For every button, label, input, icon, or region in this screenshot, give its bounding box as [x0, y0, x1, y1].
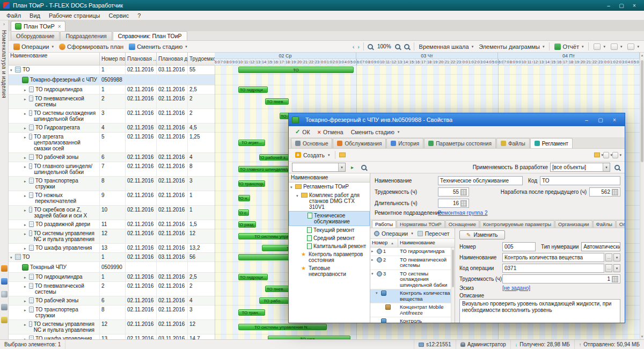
gantt-bar[interactable]: ТО рабо... — [259, 297, 289, 304]
gantt-bar[interactable]: ТО гидроци... — [238, 86, 268, 93]
zoom-out-button[interactable] — [366, 42, 375, 51]
expander-icon[interactable]: ▾ — [10, 255, 15, 260]
views-button[interactable]: ▾ — [594, 151, 603, 159]
ellipsis-button[interactable]: … — [605, 264, 612, 272]
filter-search-button[interactable] — [612, 163, 621, 172]
works-row[interactable]: ▸2ТО пневматической системы — [370, 256, 455, 270]
dialog-tab[interactable]: Основные — [291, 138, 332, 148]
view-tab[interactable]: Подразделения — [60, 31, 112, 40]
works-scrollbar-thumb[interactable] — [452, 250, 454, 287]
works-row[interactable]: ▾Контроль количества вещества — [370, 289, 455, 303]
column-header[interactable]: Трудоемкость — [188, 53, 215, 66]
dialog-tab[interactable]: История — [386, 138, 423, 148]
recalc-button[interactable]: Пересчет — [416, 230, 451, 237]
expander-icon[interactable]: ▾ — [296, 193, 301, 199]
column-header[interactable]: Номер по по... — [100, 53, 126, 66]
expand-panel-icon[interactable]: › — [0, 20, 8, 27]
runtime-input[interactable]: 562 — [589, 187, 620, 197]
scroll-right-icon[interactable]: › — [356, 43, 361, 50]
expander-icon[interactable]: ▸ — [371, 258, 376, 262]
expander-icon[interactable]: ▸ — [24, 274, 29, 280]
gantt-bar[interactable]: ТО пнев... — [265, 98, 289, 105]
table-row[interactable]: ▸ТО пневматической системы202.11.201602.… — [9, 94, 640, 109]
menu-item[interactable]: ? — [133, 11, 145, 20]
regulation-subtab[interactable]: Оснащение — [445, 220, 480, 228]
regulation-subtab[interactable]: Описание — [616, 220, 625, 228]
tree-item[interactable]: ▾Регламенты ТОиР — [289, 183, 370, 191]
tab-close-icon[interactable]: × — [58, 24, 61, 30]
ellipsis-button[interactable]: … — [605, 253, 612, 261]
expander-icon[interactable]: ▸ — [24, 193, 29, 199]
menu-item[interactable]: Вид — [25, 11, 45, 20]
works-row[interactable]: ▸1ТО гидроцилиндра — [370, 248, 455, 256]
ok-button[interactable]: ✓ОК — [292, 127, 313, 136]
scroll-down-icon[interactable]: ▼ — [640, 335, 644, 338]
zoom-fit-button[interactable] — [402, 42, 412, 51]
print-menu-button[interactable]: ▾ — [591, 42, 608, 51]
calculator-icon[interactable] — [460, 189, 467, 195]
scrollbar-thumb[interactable] — [641, 60, 643, 162]
works-operations-button[interactable]: Операции▾ — [372, 230, 415, 237]
regulation-subtab[interactable]: Нормативы ТОиР — [397, 220, 445, 228]
dialog-change-stage-button[interactable]: Сменить стадию▾ — [348, 128, 403, 136]
regulation-subtab[interactable]: Файлы — [593, 220, 616, 228]
search-icon[interactable] — [359, 163, 368, 172]
expander-icon[interactable]: ▸ — [24, 283, 29, 289]
view-tab[interactable]: Оборудование — [11, 31, 60, 40]
report-button[interactable]: Отчёт▾ — [552, 42, 586, 51]
description-textarea[interactable]: Визуально проверить уровень охлаждающей … — [459, 299, 620, 323]
cancel-button[interactable]: ×Отмена — [314, 128, 347, 136]
close-button[interactable]: × — [628, 3, 641, 9]
sketch-link[interactable]: [не задано] — [502, 285, 530, 291]
timescale-button[interactable]: Временная шкала▾ — [416, 42, 477, 51]
diagram-elements-button[interactable]: Элементы диаграммы▾ — [476, 42, 547, 51]
menu-item[interactable]: Сервис — [104, 11, 133, 20]
calculator-icon[interactable] — [460, 200, 467, 207]
menu-item[interactable]: Рабочие страницы — [45, 11, 105, 20]
expander-icon[interactable]: ▸ — [24, 322, 29, 328]
table-row[interactable]: ▸ТО шкафа управления1302.11.201603.11.20… — [9, 335, 640, 339]
view-tab[interactable]: Справочник: План ТОиР — [113, 31, 187, 40]
scroll-left-icon[interactable]: ‹ — [351, 43, 356, 50]
go-icon[interactable]: ▸ — [348, 163, 357, 172]
minimize-button[interactable]: – — [602, 3, 615, 9]
expander-icon[interactable]: ▾ — [10, 67, 15, 73]
gantt-bar[interactable]: ТО пнев... — [265, 286, 289, 292]
dialog-tab[interactable]: Параметры состояния — [424, 138, 496, 148]
column-header[interactable]: Наименование — [9, 53, 100, 66]
pencil-icon[interactable] — [1, 265, 8, 272]
expander-icon[interactable]: ▸ — [24, 134, 29, 140]
works-row[interactable]: Контроль технического состояния — [370, 317, 455, 323]
dropdown-button[interactable]: ▾ — [613, 264, 620, 272]
works-column-name[interactable]: Наименование — [398, 239, 455, 248]
gantt-bar[interactable]: ТО гидроци... — [238, 274, 268, 280]
gantt-bar[interactable]: ТО — [238, 67, 354, 73]
expander-icon[interactable]: ▸ — [24, 111, 29, 117]
gantt-bar[interactable]: ТО тран... — [238, 309, 265, 316]
expander-icon[interactable]: ▾ — [376, 291, 380, 295]
expander-icon[interactable]: ▸ — [24, 222, 29, 228]
expander-icon[interactable]: ▸ — [24, 298, 29, 304]
operations-button[interactable]: Операции▾ — [11, 42, 56, 51]
gantt-bar[interactable]: ТО н... — [238, 195, 250, 201]
dropdown-button[interactable]: ▾ — [613, 253, 620, 261]
gantt-bar[interactable]: ТО шка... — [268, 336, 350, 339]
expander-icon[interactable]: ▸ — [371, 249, 376, 253]
expander-icon[interactable]: ▸ — [24, 245, 29, 251]
dialog-close-button[interactable]: × — [608, 117, 621, 123]
nomenclature-panel-tab[interactable]: Номенклатура и изделия — [1, 30, 7, 98]
wrench-icon[interactable] — [1, 317, 8, 323]
tree-item[interactable]: Средний ремонт — [289, 234, 370, 242]
duration-input[interactable]: 16 — [438, 199, 469, 208]
expander-icon[interactable]: ▸ — [24, 231, 29, 237]
tab-plan-toir[interactable]: План ТОиР × — [11, 21, 65, 31]
opcode-input[interactable]: 0371 — [502, 264, 604, 273]
vertical-scrollbar[interactable]: ▲ ▼ — [640, 53, 644, 339]
tree-item[interactable]: Типовые неисправности — [289, 264, 370, 278]
dialog-tab[interactable]: Регламент — [530, 138, 573, 148]
expander-icon[interactable]: ▸ — [24, 207, 29, 213]
expander-icon[interactable]: ▸ — [24, 155, 29, 161]
dialog-minimize-button[interactable]: – — [580, 117, 594, 123]
works-column-number[interactable]: Номер ▲ — [370, 239, 398, 248]
expander-icon[interactable]: ▸ — [24, 125, 29, 131]
